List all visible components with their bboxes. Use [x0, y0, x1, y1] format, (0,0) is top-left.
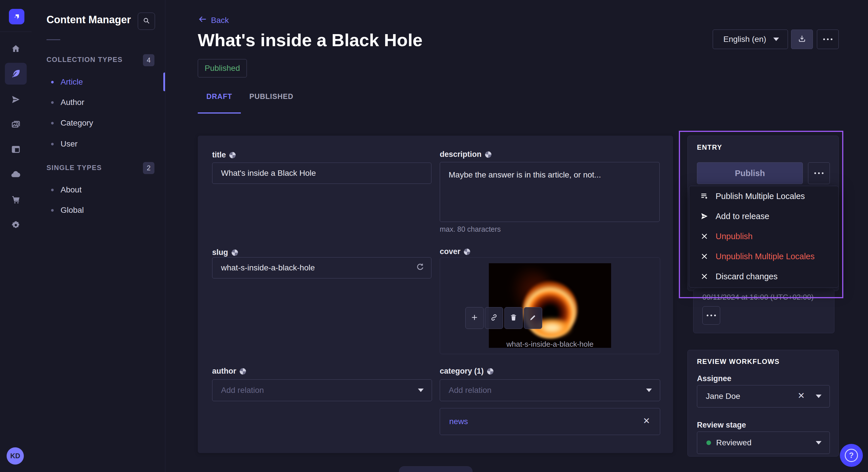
chevron-down-icon: [773, 38, 779, 41]
review-stage-select[interactable]: Reviewed: [697, 432, 830, 454]
relation-news-link[interactable]: news: [449, 417, 468, 426]
author-field-label: author: [212, 367, 246, 376]
arrow-left-icon: [198, 15, 207, 26]
version-tabs: DRAFT PUBLISHED: [198, 92, 302, 113]
search-icon: [143, 16, 150, 26]
locale-globe-icon: [485, 151, 491, 158]
description-field-label: description: [440, 150, 491, 159]
chevron-down-icon: [646, 389, 652, 392]
menu-item-discard-changes[interactable]: Discard changes: [689, 266, 838, 286]
assignee-select[interactable]: Jane Doe ✕: [697, 385, 830, 407]
section-label-collection-types: COLLECTION TYPES: [46, 56, 123, 64]
back-link[interactable]: Back: [198, 15, 229, 26]
single-types-count-badge: 2: [143, 162, 154, 174]
chevron-down-icon: [418, 389, 424, 392]
ellipsis-icon: [707, 314, 716, 316]
release-more-button[interactable]: [702, 306, 720, 325]
content-manager-feather-icon[interactable]: [9, 67, 22, 80]
description-textarea[interactable]: Maybe the answer is in this article, or …: [440, 162, 660, 222]
rail-divider: [0, 32, 32, 32]
release-scheduled-date: 09/11/2024 at 16:00 (UTC+02:00): [702, 293, 814, 302]
locale-globe-icon: [240, 368, 246, 374]
download-button[interactable]: [791, 30, 813, 49]
entry-actions-menu: Publish Multiple Locales Add to release …: [689, 186, 839, 288]
chevron-down-icon: [816, 395, 822, 398]
sidebar-item-article[interactable]: Article: [32, 72, 165, 92]
ellipsis-icon: [814, 172, 824, 174]
locale-globe-icon: [487, 368, 493, 374]
cover-image-black-hole: [489, 263, 611, 348]
locale-select[interactable]: English (en): [713, 30, 788, 49]
slug-field-label: slug: [212, 248, 238, 257]
category-field-label: category (1): [440, 367, 493, 376]
locale-globe-icon: [231, 249, 238, 256]
plus-icon: [470, 313, 479, 323]
description-hint: max. 80 characters: [440, 225, 501, 233]
sidebar-item-author[interactable]: Author: [32, 92, 165, 113]
tab-published[interactable]: PUBLISHED: [241, 92, 302, 112]
icon-rail: KD: [0, 0, 32, 472]
subnav-divider: [46, 39, 60, 40]
link-icon: [490, 313, 498, 323]
sidebar-item-user[interactable]: User: [32, 134, 165, 154]
list-plus-icon: [700, 192, 709, 201]
locale-globe-icon: [229, 152, 236, 158]
regenerate-slug-icon[interactable]: [415, 262, 425, 273]
bullet-icon: [51, 122, 54, 125]
sidebar-item-about[interactable]: About: [32, 179, 165, 200]
menu-item-add-to-release[interactable]: Add to release: [689, 206, 838, 226]
title-field-label: title: [212, 150, 236, 160]
more-actions-button[interactable]: [817, 30, 839, 49]
menu-item-unpublish-multiple-locales[interactable]: Unpublish Multiple Locales: [689, 246, 838, 266]
media-library-icon[interactable]: [9, 118, 22, 131]
search-button[interactable]: [138, 12, 155, 30]
release-info-card: 09/11/2024 at 16:00 (UTC+02:00): [693, 288, 834, 333]
page-title: What's inside a Black Hole: [198, 30, 423, 50]
entry-more-button[interactable]: [808, 162, 830, 184]
title-input[interactable]: [212, 163, 431, 184]
edit-form-card: title description Maybe the answer is in…: [198, 136, 673, 453]
main-content: Back What's inside a Black Hole Publishe…: [165, 0, 868, 472]
home-icon[interactable]: [9, 42, 22, 55]
cover-actions: [465, 307, 542, 329]
x-icon: [700, 272, 709, 280]
sidebar-item-category[interactable]: Category: [32, 113, 165, 133]
review-workflows-heading: REVIEW WORKFLOWS: [697, 358, 780, 366]
bullet-icon: [51, 209, 54, 212]
category-relation-item: news ✕: [440, 408, 660, 435]
slug-input[interactable]: [212, 257, 431, 278]
clear-assignee-icon[interactable]: ✕: [798, 391, 805, 401]
author-relation-select[interactable]: Add relation: [212, 379, 432, 401]
pencil-icon: [529, 313, 537, 323]
user-avatar[interactable]: KD: [7, 447, 24, 465]
strapi-logo[interactable]: [9, 9, 24, 24]
edit-media-button[interactable]: [524, 307, 542, 329]
menu-item-publish-multiple-locales[interactable]: Publish Multiple Locales: [689, 186, 838, 206]
tab-draft[interactable]: DRAFT: [198, 92, 241, 113]
x-icon: [700, 252, 709, 260]
trash-icon: [509, 313, 518, 323]
bullet-icon: [51, 143, 54, 145]
delete-media-button[interactable]: [504, 307, 523, 329]
settings-gear-icon[interactable]: [9, 219, 22, 231]
content-type-builder-icon[interactable]: [9, 143, 22, 156]
category-relation-select[interactable]: Add relation: [440, 379, 660, 401]
cloud-deploy-icon[interactable]: [9, 168, 22, 181]
remove-relation-icon[interactable]: ✕: [643, 416, 650, 426]
x-icon: [700, 232, 709, 240]
menu-item-unpublish[interactable]: Unpublish: [689, 226, 838, 246]
cover-caption: what-s-inside-a-black-hole: [440, 340, 660, 349]
releases-send-icon[interactable]: [9, 93, 22, 106]
review-workflows-panel: REVIEW WORKFLOWS Assignee Jane Doe ✕ Rev…: [687, 350, 839, 457]
ellipsis-icon: [823, 38, 832, 40]
stage-status-dot: [706, 440, 711, 445]
copy-link-button[interactable]: [485, 307, 503, 329]
subnav: Content Manager COLLECTION TYPES 4 Artic…: [32, 0, 165, 472]
publish-button[interactable]: Publish: [697, 162, 803, 184]
help-button[interactable]: ?: [840, 444, 863, 467]
sidebar-item-global[interactable]: Global: [32, 200, 165, 221]
collection-types-count-badge: 4: [143, 54, 154, 66]
marketplace-cart-icon[interactable]: [9, 194, 22, 206]
add-component-button-partial[interactable]: [399, 466, 472, 472]
add-media-button[interactable]: [465, 307, 484, 329]
